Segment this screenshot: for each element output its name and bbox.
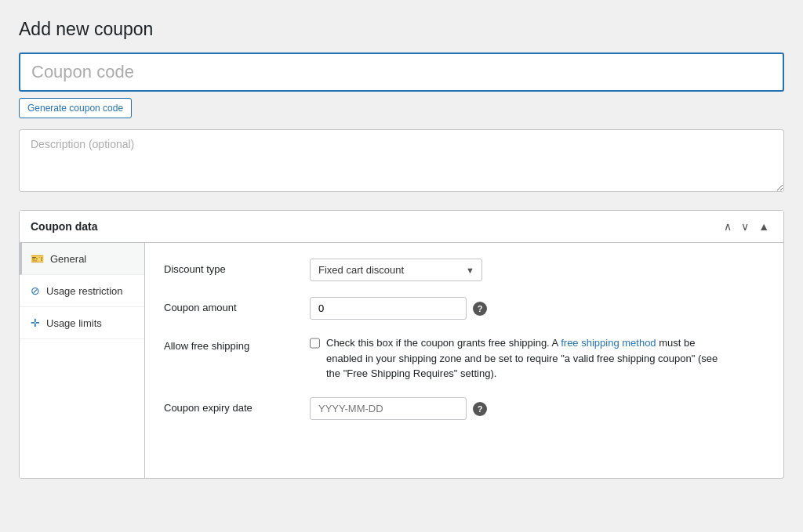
free-shipping-line: Check this box if the coupon grants free… — [310, 335, 733, 382]
coupon-amount-label: Coupon amount — [164, 297, 297, 313]
coupon-expiry-date-field: ? — [310, 397, 765, 420]
tab-usage-limits[interactable]: ✛ Usage limits — [20, 307, 144, 339]
allow-free-shipping-row: Allow free shipping Check this box if th… — [164, 335, 765, 382]
page-title: Add new coupon — [19, 19, 784, 40]
description-textarea[interactable] — [19, 129, 784, 192]
no-icon: ⊘ — [31, 284, 40, 297]
tab-general-label: General — [50, 253, 86, 265]
tab-usage-restriction-label: Usage restriction — [46, 285, 123, 297]
tab-usage-restriction[interactable]: ⊘ Usage restriction — [20, 275, 144, 307]
free-shipping-wrapper: Check this box if the coupon grants free… — [310, 335, 733, 382]
coupon-expiry-date-row: Coupon expiry date ? — [164, 397, 765, 420]
free-shipping-description: Check this box if the coupon grants free… — [326, 335, 733, 382]
coupon-expiry-date-input[interactable] — [310, 397, 467, 420]
coupon-expiry-date-label: Coupon expiry date — [164, 397, 297, 414]
discount-type-label: Discount type — [164, 259, 297, 275]
generate-coupon-code-button[interactable]: Generate coupon code — [19, 98, 132, 118]
allow-free-shipping-checkbox[interactable] — [310, 337, 320, 349]
tab-content-general: Discount type Percentage discount Fixed … — [145, 243, 783, 478]
coupon-amount-input[interactable] — [310, 297, 467, 320]
allow-free-shipping-field: Check this box if the coupon grants free… — [310, 335, 765, 382]
free-shipping-method-link[interactable]: free shipping method — [561, 337, 656, 349]
discount-type-row: Discount type Percentage discount Fixed … — [164, 259, 765, 281]
coupon-data-header: Coupon data ∧ ∨ ▲ — [20, 211, 783, 243]
discount-type-select[interactable]: Percentage discount Fixed cart discount … — [310, 259, 482, 281]
collapse-button[interactable]: ▲ — [755, 219, 772, 234]
discount-type-select-wrapper: Percentage discount Fixed cart discount … — [310, 259, 482, 281]
coupon-amount-field: ? — [310, 297, 765, 320]
tab-usage-limits-label: Usage limits — [46, 317, 102, 329]
discount-type-field: Percentage discount Fixed cart discount … — [310, 259, 765, 281]
header-arrows: ∧ ∨ ▲ — [721, 219, 772, 234]
ticket-icon: 🎫 — [31, 252, 44, 265]
coupon-amount-help-icon[interactable]: ? — [473, 302, 487, 316]
tabs-sidebar: 🎫 General ⊘ Usage restriction ✛ Usage li… — [20, 243, 145, 478]
coupon-code-input[interactable] — [19, 52, 784, 92]
tab-general[interactable]: 🎫 General — [20, 243, 144, 275]
coupon-data-title: Coupon data — [31, 220, 98, 233]
arrow-down-button[interactable]: ∨ — [738, 219, 752, 234]
coupon-amount-row: Coupon amount ? — [164, 297, 765, 320]
coupon-data-body: 🎫 General ⊘ Usage restriction ✛ Usage li… — [20, 243, 783, 478]
allow-free-shipping-label: Allow free shipping — [164, 335, 297, 352]
arrow-up-button[interactable]: ∧ — [721, 219, 735, 234]
coupon-data-box: Coupon data ∧ ∨ ▲ 🎫 General ⊘ Usage rest… — [19, 210, 784, 479]
coupon-expiry-help-icon[interactable]: ? — [473, 402, 487, 416]
plus-minus-icon: ✛ — [31, 317, 40, 329]
